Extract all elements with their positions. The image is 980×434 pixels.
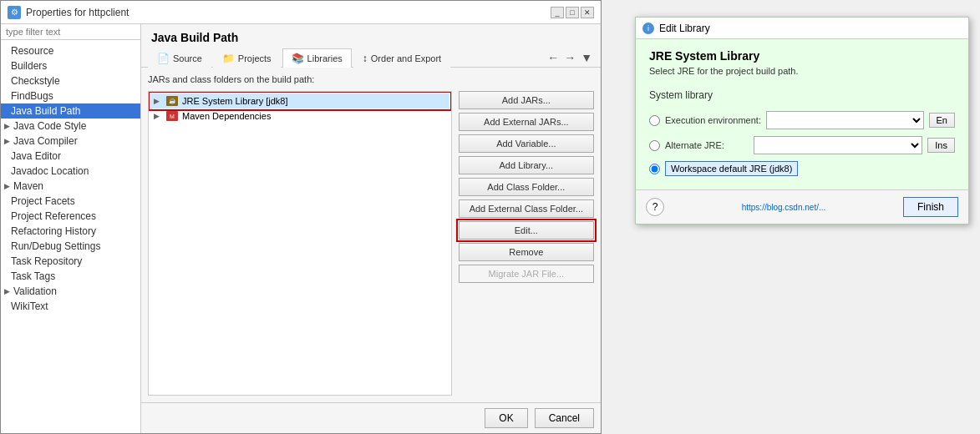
tree-expand-icon: ▶ (154, 112, 162, 120)
sidebar-item-label: Project Facets (11, 195, 75, 207)
remove-button[interactable]: Remove (459, 243, 594, 261)
sidebar-item-resource[interactable]: Resource (1, 43, 140, 58)
chevron-right-icon: ▶ (4, 182, 10, 190)
add-class-folder-button[interactable]: Add Class Folder... (459, 178, 594, 196)
nav-back-button[interactable]: ← (546, 51, 561, 64)
maven-label: Maven Dependencies (182, 111, 271, 121)
sidebar-item-label: Validation (13, 285, 57, 297)
libraries-tab-icon: 📚 (292, 53, 304, 64)
tab-order-label: Order and Export (371, 53, 441, 63)
edit-button[interactable]: Edit... (459, 221, 594, 240)
ok-button[interactable]: OK (485, 408, 527, 428)
sidebar-item-checkstyle[interactable]: Checkstyle (1, 73, 140, 88)
sidebar-item-task-repository[interactable]: Task Repository (1, 254, 140, 269)
build-path-area: ▶ ☕ JRE System Library [jdk8] ▶ M Maven (148, 91, 594, 396)
tree-item-maven[interactable]: ▶ M Maven Dependencies (150, 108, 449, 124)
sidebar-item-java-build-path[interactable]: Java Build Path (1, 103, 140, 119)
sidebar-item-maven[interactable]: ▶Maven (1, 179, 140, 194)
tab-libraries-label: Libraries (307, 53, 343, 63)
sidebar-item-label: Java Code Style (13, 120, 86, 132)
dialog-body: JRE System Library Select JRE for the pr… (636, 39, 968, 189)
sidebar-item-javadoc[interactable]: Javadoc Location (1, 164, 140, 179)
chevron-right-icon: ▶ (4, 287, 10, 295)
sidebar-item-java-code-style[interactable]: ▶Java Code Style (1, 119, 140, 134)
maven-icon: M (165, 110, 179, 122)
system-library-label: System library (649, 89, 955, 101)
sidebar-item-builders[interactable]: Builders (1, 58, 140, 73)
sidebar-item-label: Checkstyle (11, 75, 60, 87)
sidebar-item-wikitext[interactable]: WikiText (1, 299, 140, 314)
nav-down-button[interactable]: ▼ (579, 51, 594, 64)
dialog-title-bar: i Edit Library (636, 18, 968, 39)
chevron-right-icon: ▶ (4, 122, 10, 130)
alt-jre-label: Alternate JRE: (665, 140, 749, 150)
sidebar-item-label: Java Compiler (13, 135, 78, 147)
alt-jre-button[interactable]: Ins (927, 138, 955, 153)
sidebar-item-label: Resource (11, 45, 53, 57)
window-title: Properties for httpclient (26, 7, 129, 18)
close-button[interactable]: ✕ (581, 7, 594, 18)
tab-libraries[interactable]: 📚 Libraries (282, 48, 352, 68)
dialog-heading: JRE System Library (649, 49, 955, 63)
filter-input[interactable] (1, 24, 140, 40)
main-content: Java Build Path 📄 Source 📁 Projects 📚 Li… (141, 24, 601, 433)
sidebar-item-label: Maven (13, 180, 43, 192)
properties-window: ⚙ Properties for httpclient _ □ ✕ Resour… (0, 0, 602, 434)
sidebar-item-findbugs[interactable]: FindBugs (1, 88, 140, 103)
jre-label: JRE System Library [jdk8] (182, 96, 288, 106)
sidebar-item-java-compiler[interactable]: ▶Java Compiler (1, 134, 140, 149)
finish-button[interactable]: Finish (903, 197, 958, 217)
tabs-bar: 📄 Source 📁 Projects 📚 Libraries ↕ Order … (141, 48, 601, 68)
workspace-jre-label: Workspace default JRE (jdk8) (665, 161, 798, 176)
sidebar-item-project-facets[interactable]: Project Facets (1, 194, 140, 209)
bottom-bar: OK Cancel (141, 402, 601, 433)
exec-env-button[interactable]: En (929, 113, 955, 128)
alt-jre-radio[interactable] (649, 140, 660, 151)
sidebar-item-label: Task Tags (11, 270, 55, 282)
exec-env-radio[interactable] (649, 115, 660, 126)
sidebar-item-project-references[interactable]: Project References (1, 209, 140, 224)
sidebar-item-label: Java Editor (11, 150, 61, 162)
migrate-jar-button[interactable]: Migrate JAR File... (459, 265, 594, 283)
cancel-button[interactable]: Cancel (535, 408, 594, 428)
add-external-class-folder-button[interactable]: Add External Class Folder... (459, 199, 594, 218)
dialog-subtitle: Select JRE for the project build path. (649, 66, 955, 76)
add-jars-button[interactable]: Add JARs... (459, 91, 594, 109)
edit-library-dialog: i Edit Library JRE System Library Select… (635, 17, 969, 225)
tree-expand-icon: ▶ (154, 97, 162, 105)
sidebar-item-refactoring[interactable]: Refactoring History (1, 224, 140, 239)
nav-forward-button[interactable]: → (562, 51, 577, 64)
alt-jre-dropdown[interactable] (754, 136, 922, 154)
dialog-icon: i (642, 23, 654, 34)
help-button[interactable]: ? (646, 198, 664, 216)
add-external-jars-button[interactable]: Add External JARs... (459, 113, 594, 131)
add-library-button[interactable]: Add Library... (459, 156, 594, 174)
build-path-content: JARs and class folders on the build path… (141, 68, 601, 402)
workspace-jre-radio[interactable] (649, 164, 660, 174)
sidebar-item-label: WikiText (11, 300, 48, 312)
tab-order-export[interactable]: ↕ Order and Export (353, 48, 450, 68)
sidebar-item-label: Builders (11, 60, 47, 72)
tree-item-jre[interactable]: ▶ ☕ JRE System Library [jdk8] (150, 93, 449, 108)
tab-projects[interactable]: 📁 Projects (213, 48, 281, 68)
exec-env-row: Execution environment: En (649, 108, 955, 133)
minimize-button[interactable]: _ (551, 7, 564, 18)
projects-tab-icon: 📁 (222, 53, 235, 64)
sidebar-item-run-debug[interactable]: Run/Debug Settings (1, 239, 140, 254)
sidebar-item-validation[interactable]: ▶Validation (1, 284, 140, 299)
exec-env-dropdown[interactable] (766, 111, 924, 129)
sidebar-item-task-tags[interactable]: Task Tags (1, 269, 140, 284)
sidebar-item-label: Task Repository (11, 255, 82, 267)
maximize-button[interactable]: □ (566, 7, 579, 18)
build-path-label: JARs and class folders on the build path… (148, 74, 594, 84)
section-title: Java Build Path (141, 24, 601, 48)
sidebar-item-label: Javadoc Location (11, 165, 89, 177)
tab-source[interactable]: 📄 Source (148, 48, 211, 68)
sidebar-items: Resource Builders Checkstyle FindBugs Ja… (1, 40, 140, 433)
alt-jre-row: Alternate JRE: Ins (649, 133, 955, 158)
sidebar-item-java-editor[interactable]: Java Editor (1, 149, 140, 164)
tree-panel: ▶ ☕ JRE System Library [jdk8] ▶ M Maven (148, 91, 452, 396)
sidebar: Resource Builders Checkstyle FindBugs Ja… (1, 24, 141, 433)
tab-source-label: Source (173, 53, 202, 63)
add-variable-button[interactable]: Add Variable... (459, 134, 594, 153)
